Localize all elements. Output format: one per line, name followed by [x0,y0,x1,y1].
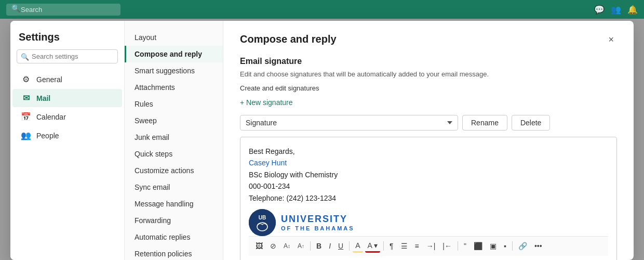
bell-icon[interactable]: 🔔 [627,5,638,15]
page-title: Compose and reply [240,33,337,45]
toolbar-underline-btn[interactable]: U [336,240,346,252]
sig-line-5: Telephone: (242) 123-1234 [249,192,608,204]
uni-emblem: UB [249,209,276,236]
signature-editor[interactable]: Best Regards, Casey Hunt BSc Biology wit… [240,137,617,260]
toolbar-bullets-btn[interactable]: ☰ [398,240,410,252]
nav-layout[interactable]: Layout [125,29,223,46]
delete-button[interactable]: Delete [512,115,550,131]
section-title: Email signature [240,57,617,66]
toolbar-align-right-btn[interactable]: ▪ [501,240,509,252]
nav-rules[interactable]: Rules [125,96,223,112]
toolbar-align-center-btn[interactable]: ▣ [487,240,499,252]
toolbar-numbering-btn[interactable]: ≡ [412,240,422,252]
toolbar-divider-5 [512,241,513,251]
toolbar-align-left-btn[interactable]: ⬛ [471,240,485,252]
search-settings-icon: 🔍 [21,53,29,61]
sig-line-1: Best Regards, [249,146,608,157]
toolbar-divider-3 [383,241,384,251]
uni-name: UNIVERSITY [281,214,355,225]
nav-junk[interactable]: Junk email [125,129,223,146]
settings-title: Settings [10,29,124,49]
section-desc: Edit and choose signatures that will be … [240,70,617,78]
settings-sidebar: Settings 🔍 ⚙ General ✉ Mail 📅 Calendar 👥… [10,21,125,260]
top-search-input[interactable] [6,4,120,16]
main-header: Compose and reply × [240,33,617,46]
main-content: Compose and reply × Email signature Edit… [223,21,634,260]
toolbar-superscript-btn[interactable]: A↑ [295,241,307,251]
nav-quicksteps[interactable]: Quick steps [125,146,223,162]
sidebar-item-calendar[interactable]: 📅 Calendar [12,108,122,126]
nav-compose[interactable]: Compose and reply [125,46,223,62]
general-icon: ⚙ [21,74,31,84]
people-icon[interactable]: 👥 [611,5,621,15]
university-logo: UB UNIVERSITY OF THE BAHAMAS [249,209,608,236]
nav-message[interactable]: Message handling [125,196,223,212]
toolbar-quote-btn[interactable]: " [461,240,469,252]
rename-button[interactable]: Rename [462,115,507,131]
toolbar-indent-btn[interactable]: →| [424,240,438,252]
close-button[interactable]: × [605,33,617,46]
sig-line-4: 000-001-234 [249,180,608,192]
nav-customize[interactable]: Customize actions [125,162,223,179]
modal-overlay: Settings 🔍 ⚙ General ✉ Mail 📅 Calendar 👥… [0,19,644,260]
new-signature-button[interactable]: + New signature [240,96,293,109]
toolbar-outdent-btn[interactable]: |← [440,240,454,252]
uni-sub: OF THE BAHAMAS [281,225,355,231]
toolbar-fontcolor-btn[interactable]: A ▾ [365,240,380,253]
editor-toolbar: 🖼 ⊘ A↕ A↑ B I U A A ▾ ¶ ☰ ≡ →| |← [249,236,608,256]
toolbar-align-btn[interactable]: ¶ [387,240,396,252]
nav-sweep[interactable]: Sweep [125,112,223,129]
toolbar-divider-4 [458,241,458,251]
toolbar-italic-btn[interactable]: I [326,240,333,252]
calendar-icon: 📅 [21,112,31,122]
mail-icon: ✉ [21,93,31,103]
chat-icon[interactable]: 💬 [594,5,605,15]
sig-name: Casey Hunt [249,157,608,168]
top-bar: 🔍 💬 👥 🔔 [0,0,644,19]
people-sidebar-icon: 👥 [21,131,31,140]
toolbar-clear-btn[interactable]: ⊘ [267,240,279,252]
uni-text: UNIVERSITY OF THE BAHAMAS [281,214,355,231]
signature-dropdown[interactable]: Signature [240,115,458,131]
settings-modal: Settings 🔍 ⚙ General ✉ Mail 📅 Calendar 👥… [10,21,634,260]
nav-sync[interactable]: Sync email [125,179,223,196]
toolbar-bold-btn[interactable]: B [314,240,324,252]
top-search-icon: 🔍 [11,4,20,12]
nav-auto[interactable]: Automatic replies [125,229,223,245]
nav-retention[interactable]: Retention policies [125,245,223,260]
signature-controls: Signature Rename Delete [240,115,617,131]
toolbar-more-btn[interactable]: ••• [532,240,545,252]
search-settings-wrap: 🔍 [10,49,124,70]
svg-text:UB: UB [259,215,266,220]
search-settings-input[interactable] [17,49,118,63]
create-label: Create and edit signatures [240,84,617,92]
sig-line-3: BSc Biology with Chemistry [249,169,608,180]
sidebar-item-general[interactable]: ⚙ General [12,70,122,88]
sidebar-item-people[interactable]: 👥 People [12,126,122,145]
toolbar-image-btn[interactable]: 🖼 [253,240,265,252]
toolbar-divider-2 [349,241,350,251]
uni-shield-svg: UB [249,209,276,236]
nav-attachments[interactable]: Attachments [125,79,223,96]
sidebar-item-mail[interactable]: ✉ Mail [12,89,122,107]
top-bar-icons: 💬 👥 🔔 [594,5,638,15]
toolbar-fontsize-btn[interactable]: A↕ [281,241,293,251]
toolbar-highlight-btn[interactable]: A [353,240,363,253]
toolbar-link-btn[interactable]: 🔗 [516,240,530,252]
nav-smart[interactable]: Smart suggestions [125,62,223,79]
nav-forwarding[interactable]: Forwarding [125,212,223,229]
middle-nav: Layout Compose and reply Smart suggestio… [125,21,223,260]
toolbar-divider-1 [310,241,311,251]
